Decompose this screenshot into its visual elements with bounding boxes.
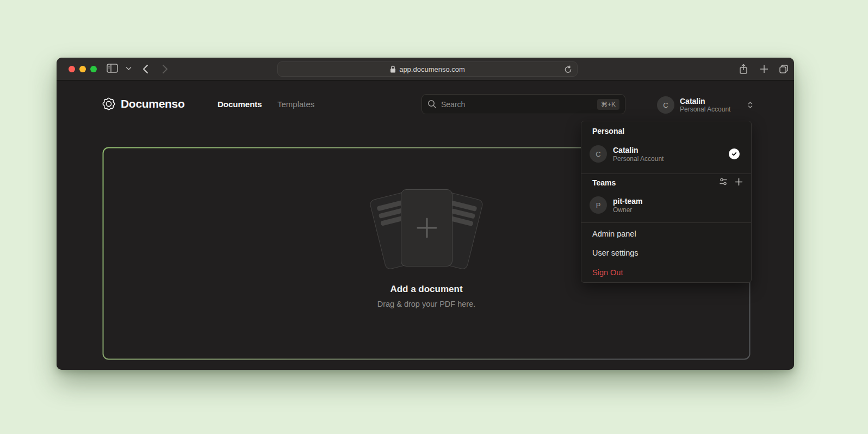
minimize-window-button[interactable]	[79, 66, 86, 72]
tab-overview-icon[interactable]	[779, 64, 789, 74]
chevrons-up-down-icon	[747, 101, 754, 109]
menu-item-user-settings[interactable]: User settings	[586, 245, 748, 261]
documenso-seal-icon[interactable]	[101, 96, 116, 111]
back-icon[interactable]	[142, 64, 148, 74]
nav-documents[interactable]: Documents	[218, 100, 262, 109]
team-name: pit-team	[613, 197, 642, 206]
personal-account-subtitle: Personal Account	[613, 155, 664, 163]
account-avatar: C	[657, 96, 674, 114]
menu-divider	[581, 173, 751, 174]
new-tab-icon[interactable]	[760, 65, 768, 73]
tab-group-chevron-icon[interactable]	[126, 66, 132, 71]
dropzone-subtitle: Drag & drop your PDF here.	[102, 300, 751, 308]
nav-templates[interactable]: Templates	[277, 100, 314, 109]
personal-account-name: Catalin	[613, 146, 664, 155]
manage-teams-icon[interactable]	[717, 176, 729, 188]
lock-icon	[390, 65, 396, 73]
account-dropdown-menu: Personal C Catalin Personal Account Team…	[581, 121, 752, 283]
address-bar[interactable]: app.documenso.com	[277, 61, 578, 77]
forward-icon[interactable]	[162, 64, 168, 74]
close-window-button[interactable]	[69, 66, 75, 72]
menu-divider	[581, 222, 751, 223]
account-name: Catalin	[680, 97, 741, 106]
search-input[interactable]	[441, 100, 593, 109]
zoom-window-button[interactable]	[90, 66, 97, 72]
search-bar: ⌘+K	[421, 94, 625, 114]
team-avatar: P	[590, 196, 607, 214]
menu-item-admin-panel[interactable]: Admin panel	[586, 226, 748, 242]
account-menu-button[interactable]: C Catalin Personal Account	[657, 95, 754, 115]
personal-account-avatar: C	[590, 145, 607, 163]
teams-heading: Teams	[592, 178, 616, 187]
document-cards-illustration	[364, 181, 489, 276]
team-item[interactable]: P pit-team Owner	[586, 192, 748, 218]
browser-toolbar: app.documenso.com	[57, 58, 794, 80]
dropzone-title: Add a document	[102, 284, 751, 295]
personal-account-item[interactable]: C Catalin Personal Account	[586, 141, 748, 167]
add-team-icon[interactable]	[733, 176, 745, 188]
document-card-center	[401, 189, 452, 266]
search-shortcut-badge: ⌘+K	[597, 99, 619, 110]
sidebar-toggle-icon[interactable]	[107, 64, 118, 73]
team-subtitle: Owner	[613, 206, 642, 214]
reload-icon[interactable]	[564, 65, 572, 74]
personal-heading: Personal	[592, 127, 624, 135]
brand-wordmark: Documenso	[121, 97, 185, 110]
page-content: Documenso Documents Templates ⌘+K C Cata…	[57, 80, 794, 370]
account-subtitle: Personal Account	[680, 106, 741, 113]
check-circle-icon	[729, 148, 740, 159]
url-text: app.documenso.com	[399, 65, 465, 73]
desktop-background: app.documenso.com	[0, 0, 868, 434]
plus-icon	[414, 215, 439, 240]
share-icon[interactable]	[739, 64, 748, 75]
browser-window: app.documenso.com	[57, 58, 794, 370]
search-icon	[427, 100, 437, 109]
menu-item-sign-out[interactable]: Sign Out	[586, 264, 748, 281]
